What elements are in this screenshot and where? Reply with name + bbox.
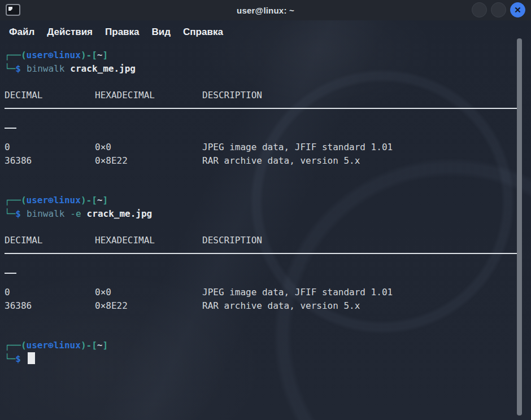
menu-edit[interactable]: Правка: [99, 24, 145, 40]
terminal-cursor: [28, 352, 35, 364]
output-separator: [5, 253, 522, 254]
prompt-user: user: [27, 50, 49, 60]
menu-help[interactable]: Справка: [177, 24, 229, 40]
maximize-button[interactable]: [491, 2, 506, 18]
close-button[interactable]: ✕: [510, 2, 525, 18]
window-controls: ✕: [472, 2, 525, 18]
terminal-viewport[interactable]: ┌──(user⊕linux)-[~] └─$binwalkcrack_me.j…: [5, 49, 514, 420]
menu-file[interactable]: Файл: [3, 24, 41, 40]
header-hexadecimal: HEXADECIMAL: [95, 234, 202, 247]
window-titlebar[interactable]: user@linux: ~ ✕: [0, 0, 531, 20]
output-separator-wrap: [5, 273, 16, 274]
blank-line: [5, 75, 514, 89]
header-decimal: DECIMAL: [5, 234, 95, 247]
command-arg-file: crack_me.jpg: [70, 63, 136, 74]
binwalk-header-row: DECIMALHEXADECIMALDESCRIPTION: [5, 89, 514, 102]
command-binwalk: binwalk: [27, 63, 64, 74]
blank-line: [5, 167, 514, 181]
prompt-at-icon: ⊕: [48, 340, 54, 351]
command-line: └─$: [5, 352, 514, 366]
prompt-at-icon: ⊕: [48, 195, 54, 205]
output-separator: [5, 108, 522, 109]
prompt-frame: ┌──(: [5, 50, 27, 60]
scrollbar-thumb[interactable]: [517, 38, 522, 415]
command-line: └─$binwalk-ecrack_me.jpg: [5, 207, 514, 221]
blank-line: [5, 220, 514, 234]
header-decimal: DECIMAL: [5, 89, 95, 102]
window-title: user@linux: ~: [0, 6, 531, 15]
terminal-app-icon: [6, 4, 20, 16]
menu-actions[interactable]: Действия: [41, 24, 99, 40]
header-description: DESCRIPTION: [202, 235, 262, 246]
blank-line: [5, 326, 514, 339]
prompt-path: ~: [97, 50, 103, 60]
blank-line: [5, 181, 514, 194]
header-hexadecimal: HEXADECIMAL: [95, 89, 202, 102]
command-flag-e: -e: [70, 208, 81, 219]
prompt-dollar: $: [15, 63, 21, 74]
prompt-host: linux: [54, 50, 81, 60]
output-row: 363860×8E22RAR archive data, version 5.x: [5, 299, 514, 313]
prompt-line-top: ┌──(user⊕linux)-[~]: [5, 194, 514, 207]
menu-bar: Файл Действия Правка Вид Справка: [3, 23, 229, 42]
command-binwalk: binwalk: [27, 208, 64, 219]
prompt-line-top: ┌──(user⊕linux)-[~]: [5, 339, 514, 352]
menu-view[interactable]: Вид: [146, 24, 177, 40]
output-separator-wrap: [5, 128, 16, 129]
header-description: DESCRIPTION: [202, 90, 262, 100]
prompt-line-top: ┌──(user⊕linux)-[~]: [5, 49, 514, 62]
blank-line: [5, 312, 514, 326]
output-row: 363860×8E22RAR archive data, version 5.x: [5, 154, 514, 168]
binwalk-header-row: DECIMALHEXADECIMALDESCRIPTION: [5, 234, 514, 247]
command-line: └─$binwalkcrack_me.jpg: [5, 62, 514, 76]
prompt-at-icon: ⊕: [48, 50, 54, 60]
minimize-button[interactable]: [472, 2, 487, 18]
output-row: 00×0JPEG image data, JFIF standard 1.01: [5, 286, 514, 299]
command-arg-file: crack_me.jpg: [87, 208, 153, 219]
output-row: 00×0JPEG image data, JFIF standard 1.01: [5, 141, 514, 154]
